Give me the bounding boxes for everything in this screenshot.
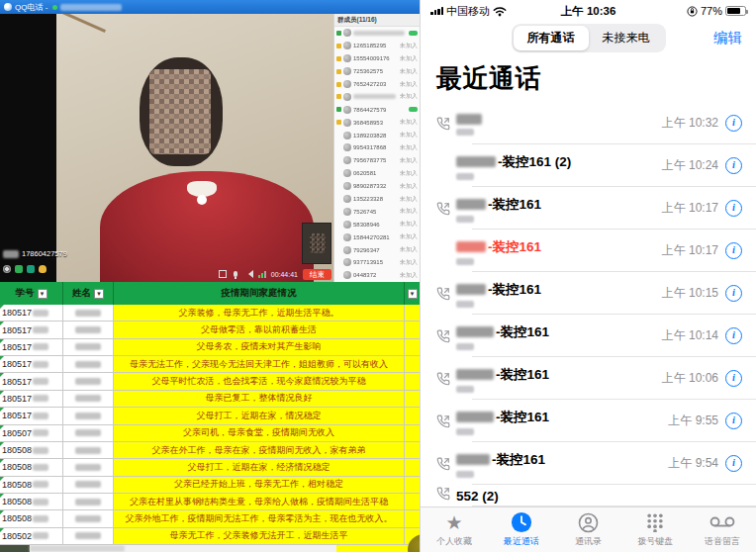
cell-name[interactable]	[63, 477, 114, 493]
member-row[interactable]: 7652427203未加入	[334, 78, 420, 91]
edit-button[interactable]: 编辑	[713, 29, 742, 47]
cell-name[interactable]	[63, 339, 114, 355]
member-row[interactable]: 58308946未加入	[334, 218, 420, 230]
cell-student-id[interactable]: 180507	[0, 425, 63, 441]
cell-student-id[interactable]: 180517	[0, 408, 63, 423]
cell-situation[interactable]: 父亲司机，母亲食堂，疫情期间无收入	[114, 425, 405, 441]
info-button[interactable]: i	[725, 285, 742, 302]
cell-student-id[interactable]: 180502	[0, 528, 63, 544]
cell-name[interactable]	[63, 528, 114, 544]
self-video-thumbnail[interactable]	[302, 223, 331, 264]
cell-name[interactable]	[63, 305, 114, 321]
filter-dropdown-icon[interactable]: ▼	[408, 289, 418, 299]
cell-name[interactable]	[63, 425, 114, 441]
member-row[interactable]: 1389203828未加入	[334, 129, 420, 141]
cell-extra[interactable]	[405, 510, 420, 526]
segment-missed-calls[interactable]: 未接来电	[589, 26, 664, 50]
screen-share-icon[interactable]	[27, 265, 35, 273]
member-row[interactable]: 7526745未加入	[334, 205, 420, 218]
tab-keypad[interactable]: 拨号键盘	[621, 507, 689, 552]
cell-student-id[interactable]: 180517	[0, 373, 63, 389]
call-row[interactable]: -装控161上午 10:17i	[421, 230, 756, 272]
cell-situation[interactable]: 母亲无工作，父亲装修无法开工，近期生活平	[114, 528, 405, 544]
cell-extra[interactable]	[405, 442, 420, 458]
info-button[interactable]: i	[725, 157, 742, 174]
call-row[interactable]: -装控161上午 10:14i	[421, 315, 756, 357]
segment-all-calls[interactable]: 所有通话	[514, 26, 589, 50]
member-row[interactable]: 368458953未加入	[334, 116, 420, 129]
cell-student-id[interactable]: 180508	[0, 510, 63, 526]
member-row[interactable]: 15844270281未加入	[334, 230, 420, 243]
cell-name[interactable]	[63, 391, 114, 407]
camera-toggle-icon[interactable]	[15, 265, 23, 273]
member-row[interactable]: 未加入	[334, 90, 420, 103]
cell-student-id[interactable]: 180508	[0, 442, 63, 458]
info-button[interactable]: i	[725, 455, 742, 472]
member-row[interactable]	[334, 27, 420, 40]
end-call-button[interactable]: 结束	[303, 269, 331, 281]
cell-situation[interactable]: 父亲已经开始上班，母亲无工作，相对稳定	[114, 477, 405, 493]
tab-star[interactable]: ★个人收藏	[421, 507, 488, 552]
info-button[interactable]: i	[725, 413, 742, 429]
cell-student-id[interactable]: 180508	[0, 459, 63, 475]
cell-situation[interactable]: 母亲无法工作，父亲现今无法回天津工作，姐姐教师，可以有收入	[114, 356, 405, 372]
member-row[interactable]: 0620581未加入	[334, 167, 420, 180]
call-row[interactable]: 上午 10:32i	[421, 102, 756, 144]
cell-situation[interactable]: 父亲外地工作，疫情期间无法工作，母亲零活为主，现在也无收入。	[114, 510, 405, 526]
member-row[interactable]: 135223328未加入	[334, 193, 420, 206]
info-button[interactable]: i	[725, 242, 742, 259]
member-row[interactable]: 15554009176未加入	[334, 52, 420, 65]
cell-student-id[interactable]: 180508	[0, 494, 63, 509]
member-row[interactable]: 1265185295未加入	[334, 40, 420, 52]
microphone-icon[interactable]	[234, 271, 237, 277]
cell-extra[interactable]	[405, 305, 420, 321]
call-row[interactable]: -装控161上午 10:15i	[421, 272, 756, 315]
cell-extra[interactable]	[405, 459, 420, 475]
tab-contacts[interactable]: 通讯录	[555, 507, 622, 552]
cell-student-id[interactable]: 180517	[0, 322, 63, 337]
raise-hand-icon[interactable]	[39, 265, 47, 273]
cell-name[interactable]	[63, 510, 114, 526]
cell-student-id[interactable]: 180508	[0, 477, 63, 493]
cell-situation[interactable]: 父母打工，近期在家，经济情况稳定	[114, 459, 405, 475]
settings-gear-icon[interactable]	[3, 265, 11, 273]
cell-student-id[interactable]: 180517	[0, 305, 63, 321]
filter-dropdown-icon[interactable]: ▼	[38, 289, 47, 299]
cell-situation[interactable]: 父母做零活，靠以前积蓄生活	[114, 322, 405, 337]
call-row[interactable]: -装控161上午 9:55i	[421, 400, 756, 442]
cell-situation[interactable]: 父亲在外工作，母亲在家，疫情期间无收入，家有弟弟	[114, 442, 405, 458]
member-row[interactable]: 0448372未加入	[334, 269, 420, 282]
cell-name[interactable]	[63, 322, 114, 337]
info-button[interactable]: i	[725, 200, 742, 217]
cell-situation[interactable]: 父母打工，近期在家，情况稳定	[114, 408, 405, 423]
cell-extra[interactable]	[405, 339, 420, 355]
cell-extra[interactable]	[405, 408, 420, 423]
cell-extra[interactable]	[405, 425, 420, 441]
info-button[interactable]: i	[725, 327, 742, 344]
call-row[interactable]: -装控161上午 10:17i	[421, 187, 756, 230]
cell-extra[interactable]	[405, 391, 420, 407]
cell-extra[interactable]	[405, 494, 420, 509]
cell-name[interactable]	[63, 442, 114, 458]
cell-name[interactable]	[63, 356, 114, 372]
call-row[interactable]: -装控161 (2)上午 10:24i	[421, 144, 756, 187]
cell-student-id[interactable]: 180517	[0, 356, 63, 372]
cell-student-id[interactable]: 180517	[0, 391, 63, 407]
cell-situation[interactable]: 父母平时忙农活，也会找零活，现今家庭情况较为平稳	[114, 373, 405, 389]
cell-extra[interactable]	[405, 322, 420, 337]
call-row-partial[interactable]: 552 (2)	[421, 485, 756, 506]
info-button[interactable]: i	[725, 115, 742, 132]
member-row[interactable]: 9954317868未加入	[334, 141, 420, 154]
member-row[interactable]: 7956783775未加入	[334, 154, 420, 167]
member-row[interactable]: 725362575未加入	[334, 65, 420, 78]
filter-dropdown-icon[interactable]: ▼	[94, 289, 104, 299]
cell-name[interactable]	[63, 408, 114, 423]
member-row[interactable]: 79296347未加入	[334, 243, 420, 256]
cell-situation[interactable]: 父母务农，疫情未对其产生影响	[114, 339, 405, 355]
cell-student-id[interactable]: 180517	[0, 339, 63, 355]
member-row[interactable]: 7864427579	[334, 103, 420, 116]
cell-situation[interactable]: 母亲已复工，整体情况良好	[114, 391, 405, 407]
member-row[interactable]: 937713915未加入	[334, 256, 420, 269]
cell-name[interactable]	[63, 459, 114, 475]
cell-name[interactable]	[63, 494, 114, 509]
